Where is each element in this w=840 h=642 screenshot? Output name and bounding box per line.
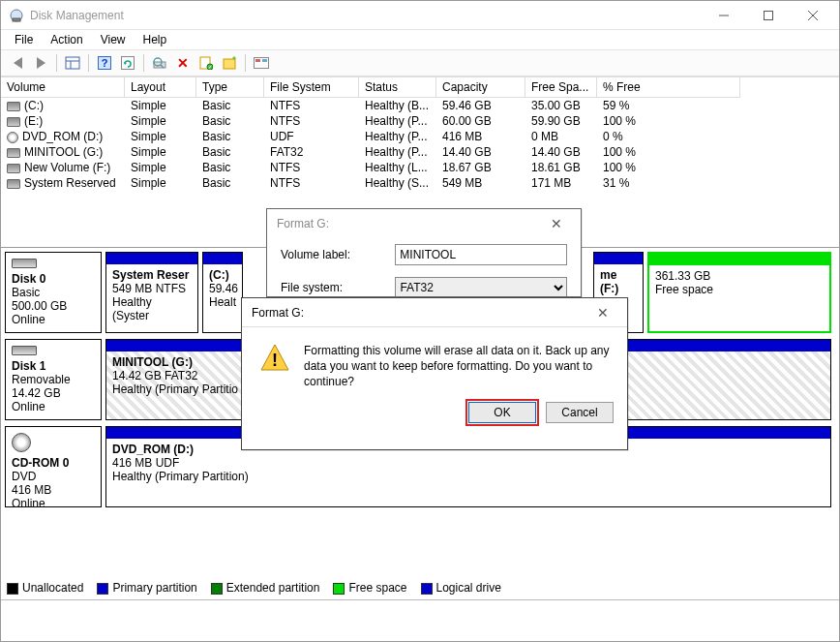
legend-free: Free space	[333, 581, 406, 595]
stripe-primary	[203, 253, 242, 264]
cancel-button[interactable]: Cancel	[546, 402, 614, 423]
window-title: Disk Management	[30, 9, 702, 22]
partition-system-reserved[interactable]: System Reser549 MB NTFSHealthy (Syster	[105, 252, 198, 333]
stripe-primary	[106, 253, 197, 264]
close-button[interactable]	[791, 2, 835, 29]
new-button[interactable]	[219, 52, 240, 74]
properties-button[interactable]: ✓	[195, 52, 217, 74]
volume-row[interactable]: (C:)SimpleBasicNTFSHealthy (B...59.46 GB…	[1, 98, 839, 113]
hdd-icon	[7, 179, 20, 189]
disk-size: 416 MB	[12, 483, 95, 497]
filesystem-select[interactable]: FAT32	[395, 277, 567, 297]
help-button[interactable]: ?	[94, 52, 115, 74]
menu-help[interactable]: Help	[135, 31, 175, 48]
format-dialog-close-button[interactable]: ✕	[542, 216, 571, 231]
disk-type: Basic	[12, 286, 95, 299]
svg-rect-3	[765, 11, 773, 19]
hdd-icon	[7, 148, 20, 158]
svg-text:!: !	[272, 351, 278, 370]
disk-type: Removable	[12, 373, 95, 386]
hdd-icon	[12, 259, 37, 268]
ok-button[interactable]: OK	[468, 402, 536, 423]
delete-button[interactable]: ✕	[172, 52, 194, 74]
maximize-button[interactable]	[746, 2, 791, 29]
disk-size: 500.00 GB	[12, 299, 95, 313]
separator	[245, 54, 246, 72]
rescan-button[interactable]	[149, 52, 170, 74]
volume-label-input[interactable]	[395, 244, 567, 265]
legend-unallocated: Unallocated	[7, 581, 83, 595]
separator	[143, 54, 144, 72]
svg-rect-22	[255, 59, 260, 62]
toolbar: ? ✕ ✓	[1, 49, 839, 76]
volume-row[interactable]: New Volume (F:)SimpleBasicNTFSHealthy (L…	[1, 160, 839, 175]
col-pctfree[interactable]: % Free	[597, 77, 740, 98]
volume-label-label: Volume label:	[281, 248, 395, 261]
legend-primary: Primary partition	[97, 581, 196, 595]
svg-text:✓: ✓	[208, 64, 212, 70]
refresh-button[interactable]	[117, 52, 138, 74]
menubar: File Action View Help	[1, 30, 839, 49]
col-type[interactable]: Type	[196, 77, 264, 98]
separator	[88, 54, 89, 72]
legend-logical: Logical drive	[421, 581, 501, 595]
volume-row[interactable]: MINITOOL (G:)SimpleBasicFAT32Healthy (P.…	[1, 144, 839, 160]
disk-info-1[interactable]: Disk 1 Removable 14.42 GB Online	[5, 339, 102, 420]
menu-action[interactable]: Action	[43, 31, 90, 48]
filesystem-label: File system:	[281, 281, 395, 294]
menu-view[interactable]: View	[93, 31, 134, 48]
col-filesystem[interactable]: File System	[264, 77, 359, 98]
svg-rect-19	[224, 59, 235, 69]
volume-row[interactable]: (E:)SimpleBasicNTFSHealthy (P...60.00 GB…	[1, 113, 839, 129]
back-button[interactable]	[7, 52, 28, 74]
volume-row[interactable]: System ReservedSimpleBasicNTFSHealthy (S…	[1, 175, 839, 191]
disk-state: Online	[12, 497, 95, 510]
hdd-icon	[12, 346, 37, 355]
legend: Unallocated Primary partition Extended p…	[7, 581, 501, 595]
separator	[56, 54, 57, 72]
stripe-primary	[594, 253, 643, 264]
svg-rect-23	[262, 59, 267, 62]
forward-button[interactable]	[30, 52, 51, 74]
hdd-icon	[7, 117, 20, 127]
app-icon	[9, 8, 24, 23]
disk-name: Disk 0	[12, 272, 95, 286]
show-hide-button[interactable]	[62, 52, 83, 74]
hdd-icon	[7, 164, 20, 173]
format-dialog: Format G: ✕ Volume label: File system: F…	[266, 208, 582, 297]
col-freespace[interactable]: Free Spa...	[525, 77, 597, 98]
col-capacity[interactable]: Capacity	[436, 77, 525, 98]
col-status[interactable]: Status	[359, 77, 436, 98]
disk-state: Online	[12, 313, 95, 326]
cd-icon	[12, 433, 31, 452]
volume-list-header: Volume Layout Type File System Status Ca…	[1, 76, 839, 98]
partition-c[interactable]: (C:)59.46Healt	[202, 252, 243, 333]
confirm-message: Formatting this volume will erase all da…	[304, 343, 614, 390]
svg-rect-1	[13, 18, 20, 21]
confirm-dialog-close-button[interactable]: ✕	[588, 305, 617, 321]
disk-name: CD-ROM 0	[12, 456, 95, 470]
menu-file[interactable]: File	[7, 31, 41, 48]
disk-info-0[interactable]: Disk 0 Basic 500.00 GB Online	[5, 252, 102, 333]
titlebar: Disk Management	[1, 1, 839, 30]
col-volume[interactable]: Volume	[1, 77, 125, 98]
settings-button[interactable]	[251, 52, 272, 74]
partition-free-space[interactable]: 361.33 GBFree space	[647, 252, 831, 333]
disk-info-cdrom[interactable]: CD-ROM 0 DVD 416 MB Online	[5, 426, 102, 507]
confirm-dialog-title: Format G:	[252, 306, 304, 320]
legend-extended: Extended partition	[211, 581, 320, 595]
svg-rect-6	[66, 57, 79, 69]
disk-state: Online	[12, 400, 95, 413]
confirm-dialog: Format G: ✕ ! Formatting this volume wil…	[241, 297, 628, 450]
col-layout[interactable]: Layout	[125, 77, 196, 98]
divider	[1, 599, 839, 600]
disk-name: Disk 1	[12, 359, 95, 373]
disk-type: DVD	[12, 470, 95, 483]
volume-row[interactable]: DVD_ROM (D:)SimpleBasicUDFHealthy (P...4…	[1, 129, 839, 144]
volume-list: Volume Layout Type File System Status Ca…	[1, 76, 839, 191]
format-dialog-title: Format G:	[277, 217, 329, 230]
disk-size: 14.42 GB	[12, 386, 95, 400]
minimize-button[interactable]	[702, 2, 746, 29]
cd-icon	[7, 132, 18, 143]
warning-icon: !	[259, 343, 290, 374]
